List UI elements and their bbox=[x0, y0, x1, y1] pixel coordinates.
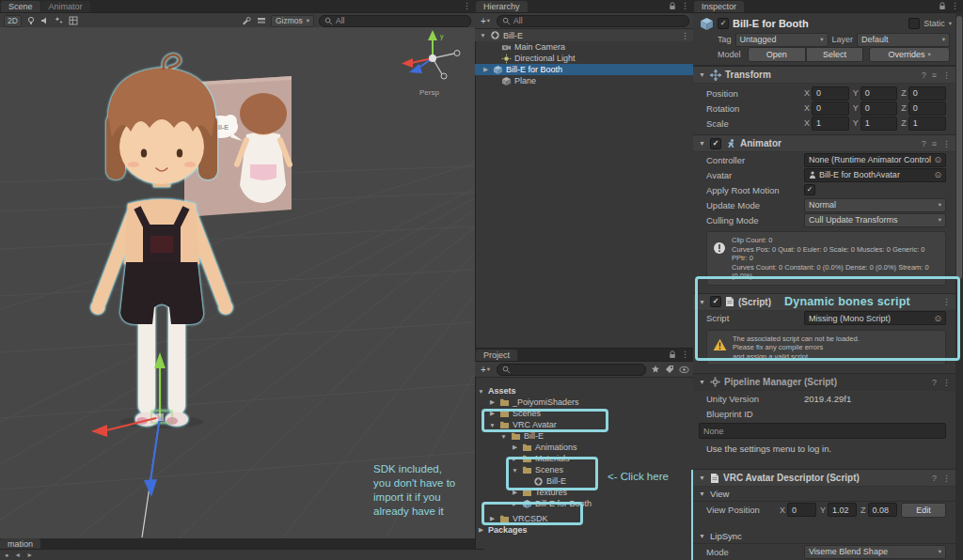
help-icon[interactable]: ? bbox=[922, 70, 926, 80]
scene-orientation-gizmo[interactable]: y bbox=[402, 30, 460, 79]
tab-scene[interactable]: Scene bbox=[1, 1, 40, 12]
project-create-button[interactable]: + ▾ bbox=[479, 365, 492, 375]
hidden-count-icon[interactable] bbox=[679, 366, 689, 374]
lock-icon[interactable] bbox=[669, 2, 676, 10]
view-z-field[interactable]: 0.08 bbox=[868, 503, 898, 517]
foldout-closed-icon[interactable]: ▶ bbox=[488, 515, 497, 522]
foldout-closed-icon[interactable]: ▶ bbox=[511, 489, 519, 496]
static-checkbox[interactable] bbox=[908, 18, 920, 29]
gameobject-name[interactable]: Bill-E for Booth bbox=[733, 18, 905, 29]
hierarchy-item-bill-e-for-booth[interactable]: ▶ Bill-E for Booth bbox=[475, 64, 693, 75]
project-row-animations[interactable]: ▶ Animations bbox=[475, 442, 693, 453]
active-checkbox[interactable]: ✓ bbox=[718, 18, 729, 29]
tab-project[interactable]: Project bbox=[476, 350, 517, 361]
script-enabled-checkbox[interactable]: ✓ bbox=[710, 296, 721, 307]
effects-toggle-icon[interactable] bbox=[55, 16, 64, 25]
scale-y-field[interactable]: 1 bbox=[860, 117, 898, 131]
foldout-closed-icon[interactable]: ▶ bbox=[511, 443, 519, 451]
foldout-closed-icon[interactable]: ▶ bbox=[488, 410, 497, 417]
controller-field[interactable]: None (Runtime Animator Controll ⊙ bbox=[804, 153, 946, 167]
scene-viewport[interactable]: Bill-E bbox=[0, 27, 475, 538]
position-y-field[interactable]: 0 bbox=[860, 86, 898, 101]
foldout-open-icon[interactable]: ▼ bbox=[488, 422, 497, 428]
foldout-closed-icon[interactable]: ▶ bbox=[477, 526, 485, 534]
position-x-field[interactable]: 0 bbox=[812, 86, 849, 101]
foldout-closed-icon[interactable]: ▶ bbox=[511, 455, 519, 462]
help-icon[interactable]: ? bbox=[932, 474, 937, 483]
scene-root-menu-icon[interactable]: ⋮ bbox=[681, 31, 689, 40]
project-row-scenes[interactable]: ▼ Scenes bbox=[475, 464, 693, 475]
animator-enabled-checkbox[interactable]: ✓ bbox=[710, 138, 721, 149]
avatar-field[interactable]: Bill-E for BoothAvatar ⊙ bbox=[804, 168, 946, 182]
foldout-open-icon[interactable]: ▼ bbox=[499, 433, 508, 440]
lipsync-section-foldout[interactable]: ▼ LipSync bbox=[693, 529, 955, 544]
foldout-open-icon[interactable]: ▼ bbox=[479, 32, 487, 39]
scene-search-input[interactable]: All bbox=[319, 15, 471, 27]
record-icon[interactable]: ● bbox=[5, 552, 8, 558]
hierarchy-scene-root[interactable]: ▼ Bill-E ⋮ bbox=[475, 29, 693, 41]
tab-inspector[interactable]: Inspector bbox=[694, 1, 744, 12]
2d-toggle[interactable]: 2D bbox=[4, 15, 22, 27]
kebab-icon[interactable]: ⋮ bbox=[942, 378, 951, 387]
project-row-packages[interactable]: ▶ Packages bbox=[475, 524, 693, 536]
inspector-menu-icon[interactable]: ⋮ bbox=[951, 1, 959, 10]
object-picker-icon[interactable]: ⊙ bbox=[934, 170, 941, 179]
audio-toggle-icon[interactable] bbox=[40, 16, 50, 25]
editor-tools-icon[interactable] bbox=[257, 16, 266, 25]
grid-toggle-icon[interactable] bbox=[69, 16, 78, 25]
transform-header[interactable]: ▼ Transform ? ≡ ⋮ bbox=[693, 66, 955, 84]
scale-x-field[interactable]: 1 bbox=[812, 117, 849, 131]
model-overrides-button[interactable]: Overrides ▾ bbox=[869, 47, 950, 62]
update-mode-dropdown[interactable]: Normal ▾ bbox=[804, 198, 946, 212]
rotation-z-field[interactable]: 0 bbox=[908, 101, 946, 116]
scrollbar-thumb[interactable] bbox=[956, 16, 962, 279]
foldout-open-icon[interactable]: ▼ bbox=[698, 474, 706, 481]
rotation-y-field[interactable]: 0 bbox=[860, 101, 898, 116]
kebab-icon[interactable]: ⋮ bbox=[942, 70, 951, 80]
pipeline-header[interactable]: ▼ Pipeline Manager (Script) ? ⋮ bbox=[693, 373, 955, 391]
hierarchy-create-button[interactable]: + ▾ bbox=[479, 16, 492, 26]
foldout-open-icon[interactable]: ▼ bbox=[698, 71, 706, 78]
hierarchy-menu-icon[interactable]: ⋮ bbox=[681, 1, 689, 10]
project-row-vrcsdk[interactable]: ▶ VRCSDK bbox=[475, 513, 693, 524]
apply-root-motion-checkbox[interactable]: ✓ bbox=[804, 184, 815, 195]
presets-icon[interactable]: ≡ bbox=[932, 139, 937, 148]
foldout-open-icon[interactable]: ▼ bbox=[698, 379, 706, 385]
scale-z-field[interactable]: 1 bbox=[908, 117, 946, 131]
hierarchy-item-directional-light[interactable]: Directional Light bbox=[475, 53, 693, 64]
script-field[interactable]: Missing (Mono Script) ⊙ bbox=[804, 311, 946, 325]
blueprint-id-field[interactable]: None bbox=[699, 423, 946, 439]
project-row-bill-e-for-booth[interactable]: ▶ Bill-E for Booth bbox=[475, 498, 693, 509]
foldout-closed-icon[interactable]: ▶ bbox=[511, 500, 519, 507]
kebab-icon[interactable]: ⋮ bbox=[942, 474, 951, 483]
foldout-open-icon[interactable]: ▼ bbox=[511, 467, 519, 474]
project-menu-icon[interactable]: ⋮ bbox=[681, 350, 689, 359]
play-icon[interactable]: ► bbox=[26, 552, 33, 558]
foldout-open-icon[interactable]: ▼ bbox=[698, 140, 706, 147]
view-section-foldout[interactable]: ▼ View bbox=[693, 487, 955, 502]
model-select-button[interactable]: Select bbox=[806, 47, 864, 62]
tools-icon[interactable] bbox=[242, 16, 252, 26]
hierarchy-item-main-camera[interactable]: Main Camera bbox=[475, 41, 693, 53]
gizmos-dropdown[interactable]: Gizmos ▾ bbox=[271, 15, 314, 27]
foldout-open-icon[interactable]: ▼ bbox=[698, 299, 706, 305]
model-open-button[interactable]: Open bbox=[748, 47, 806, 62]
project-row-scenes-root[interactable]: ▶ Scenes bbox=[475, 408, 693, 419]
kebab-icon[interactable]: ⋮ bbox=[942, 139, 951, 148]
lock-icon[interactable] bbox=[669, 350, 676, 359]
kebab-icon[interactable]: ⋮ bbox=[942, 297, 951, 306]
inspector-scrollbar[interactable] bbox=[955, 12, 963, 560]
view-x-field[interactable]: 0 bbox=[787, 503, 816, 517]
lock-icon[interactable] bbox=[939, 2, 946, 10]
labels-icon[interactable] bbox=[665, 365, 674, 374]
object-picker-icon[interactable]: ⊙ bbox=[934, 314, 941, 323]
descriptor-header[interactable]: ▼ VRC Avatar Descriptor (Script) ? ⋮ bbox=[693, 469, 955, 487]
foldout-closed-icon[interactable]: ▶ bbox=[488, 398, 497, 406]
hierarchy-item-plane[interactable]: Plane bbox=[475, 75, 693, 86]
lighting-toggle-icon[interactable] bbox=[26, 16, 36, 25]
layer-dropdown[interactable]: Default ▾ bbox=[857, 33, 950, 47]
rotation-x-field[interactable]: 0 bbox=[812, 101, 849, 116]
script-header[interactable]: ▼ ✓ (Script) Dynamic bones script ⋮ bbox=[693, 293, 955, 311]
project-row-assets[interactable]: ▼ Assets bbox=[475, 385, 693, 397]
culling-mode-dropdown[interactable]: Cull Update Transforms ▾ bbox=[804, 213, 946, 227]
